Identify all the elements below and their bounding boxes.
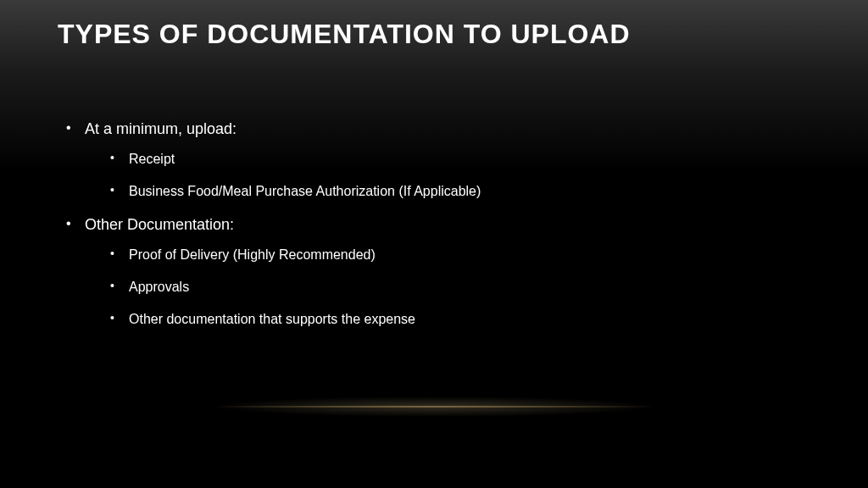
sub-bullet-list: Receipt Business Food/Meal Purchase Auth… — [110, 149, 868, 202]
list-item: At a minimum, upload: Receipt Business F… — [66, 118, 868, 202]
list-item: Proof of Delivery (Highly Recommended) — [110, 245, 868, 265]
list-item: Approvals — [110, 277, 868, 297]
sub-bullet-list: Proof of Delivery (Highly Recommended) A… — [110, 245, 868, 330]
list-item-text: Proof of Delivery (Highly Recommended) — [129, 247, 376, 262]
list-item-text: Other Documentation: — [85, 216, 234, 233]
list-item-text: Business Food/Meal Purchase Authorizatio… — [129, 184, 481, 198]
list-item-text: Receipt — [129, 152, 175, 166]
slide-title: TYPES OF DOCUMENTATION TO UPLOAD — [0, 0, 868, 50]
list-item: Other documentation that supports the ex… — [110, 309, 868, 330]
list-item-text: At a minimum, upload: — [85, 120, 236, 137]
bullet-list: At a minimum, upload: Receipt Business F… — [66, 118, 868, 330]
list-item-text: Other documentation that supports the ex… — [129, 312, 415, 326]
decorative-divider — [197, 406, 671, 408]
slide-content: At a minimum, upload: Receipt Business F… — [0, 50, 868, 330]
list-item: Business Food/Meal Purchase Authorizatio… — [110, 181, 868, 202]
list-item: Receipt — [110, 149, 868, 169]
list-item: Other Documentation: Proof of Delivery (… — [66, 214, 868, 330]
list-item-text: Approvals — [129, 280, 189, 294]
